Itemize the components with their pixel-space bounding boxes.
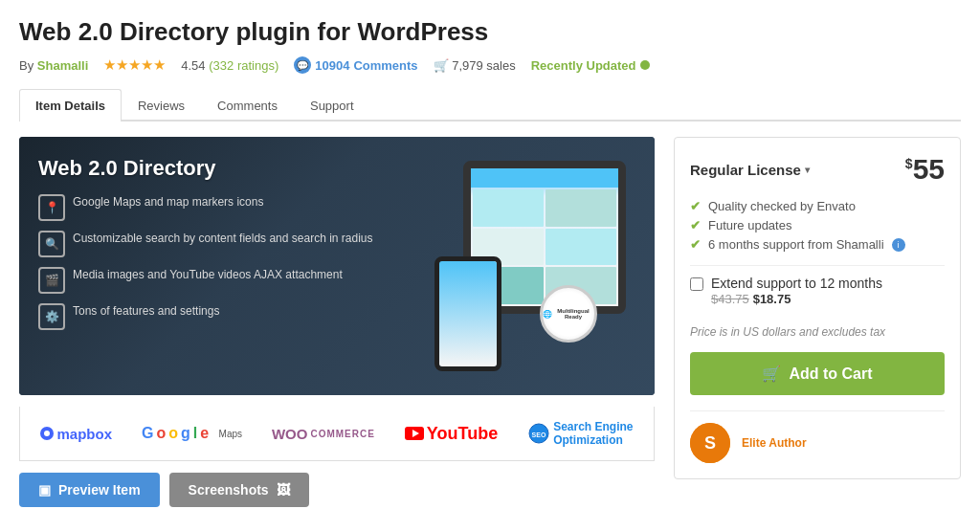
search-icon: 🔍 bbox=[38, 231, 65, 257]
rating-value: 4.54 (332 ratings) bbox=[181, 58, 278, 73]
plugin-banner: Web 2.0 Directory 📍 Google Maps and map … bbox=[19, 137, 655, 395]
author-box: S Elite Author bbox=[690, 410, 945, 463]
extend-support-row: Extend support to 12 months $43.75 $18.7… bbox=[690, 265, 945, 316]
info-icon[interactable]: i bbox=[892, 238, 905, 252]
youtube-logo: YouTube bbox=[405, 424, 498, 444]
tabs-container: Item Details Reviews Comments Support bbox=[19, 89, 961, 122]
action-buttons: ▣ Preview Item Screenshots 🖼 bbox=[19, 473, 655, 507]
check-icon: ✔ bbox=[690, 237, 701, 252]
tab-support[interactable]: Support bbox=[294, 89, 370, 122]
updated-dot-icon bbox=[640, 60, 650, 70]
list-item: ✔ Quality checked by Envato bbox=[690, 199, 945, 213]
partner-logos-row: mapbox Google Maps WOOCOMMERCE YouTube S… bbox=[19, 407, 655, 461]
page-title: Web 2.0 Directory plugin for WordPress bbox=[19, 17, 961, 47]
meta-row: By Shamalli ★★★★★ 4.54 (332 ratings) 💬 1… bbox=[19, 56, 961, 74]
new-price: $18.75 bbox=[753, 292, 791, 306]
ratings-link[interactable]: (332 ratings) bbox=[209, 58, 278, 73]
recently-updated-badge: Recently Updated bbox=[531, 58, 650, 73]
google-maps-logo: Google Maps bbox=[142, 425, 242, 442]
seo-logo: SEO Search EngineOptimization bbox=[527, 420, 633, 447]
author-info: Elite Author bbox=[742, 436, 807, 450]
check-icon: ✔ bbox=[690, 199, 701, 213]
author-prefix: By Shamalli bbox=[19, 58, 88, 73]
author-link[interactable]: Shamalli bbox=[37, 58, 88, 73]
screenshots-button[interactable]: Screenshots 🖼 bbox=[169, 473, 309, 507]
author-avatar: S bbox=[690, 423, 730, 463]
sales-count: 🛒 7,979 sales bbox=[434, 58, 516, 73]
svg-point-1 bbox=[44, 431, 50, 436]
price-display: $55 bbox=[905, 153, 945, 186]
features-checklist: ✔ Quality checked by Envato ✔ Future upd… bbox=[690, 199, 945, 252]
check-icon: ✔ bbox=[690, 218, 701, 232]
list-item: 🔍 Customizable search by content fields … bbox=[38, 231, 406, 257]
extend-support-text: Extend support to 12 months $43.75 $18.7… bbox=[711, 276, 882, 306]
comments-link[interactable]: 💬 10904 Comments bbox=[294, 56, 417, 74]
add-to-cart-button[interactable]: 🛒 Add to Cart bbox=[690, 352, 945, 395]
elite-author-badge: Elite Author bbox=[742, 436, 807, 450]
left-column: Web 2.0 Directory 📍 Google Maps and map … bbox=[19, 137, 655, 507]
list-item: ✔ Future updates bbox=[690, 218, 945, 232]
devices-container: 🌐Multilingual Ready bbox=[434, 161, 626, 371]
image-icon: 🖼 bbox=[277, 482, 290, 498]
feature-list: 📍 Google Maps and map markers icons 🔍 Cu… bbox=[38, 194, 406, 330]
dropdown-icon: ▾ bbox=[805, 165, 810, 175]
woocommerce-logo: WOOCOMMERCE bbox=[272, 426, 375, 442]
tab-comments[interactable]: Comments bbox=[201, 89, 294, 122]
list-item: 📍 Google Maps and map markers icons bbox=[38, 194, 406, 221]
list-item: ⚙️ Tons of features and settings bbox=[38, 303, 406, 330]
stars: ★★★★★ bbox=[103, 56, 166, 74]
extend-support-checkbox[interactable] bbox=[690, 277, 703, 291]
tab-item-details[interactable]: Item Details bbox=[19, 89, 122, 122]
media-icon: 🎬 bbox=[38, 267, 65, 294]
svg-text:S: S bbox=[704, 433, 716, 453]
location-icon: 📍 bbox=[38, 194, 65, 221]
plugin-text-column: Web 2.0 Directory 📍 Google Maps and map … bbox=[38, 156, 406, 376]
phone-mockup bbox=[434, 256, 501, 371]
right-column: Regular License ▾ $55 ✔ Quality checked … bbox=[674, 137, 961, 507]
license-price-row: Regular License ▾ $55 bbox=[690, 153, 945, 186]
list-item: ✔ 6 months support from Shamalli i bbox=[690, 237, 945, 252]
tax-note: Price is in US dollars and excludes tax bbox=[690, 325, 945, 339]
comments-icon: 💬 bbox=[294, 56, 311, 74]
list-item: 🎬 Media images and YouTube videos AJAX a… bbox=[38, 267, 406, 294]
preview-icon: ▣ bbox=[38, 482, 51, 498]
old-price: $43.75 bbox=[711, 292, 749, 306]
purchase-box: Regular License ▾ $55 ✔ Quality checked … bbox=[674, 137, 961, 479]
mapbox-logo: mapbox bbox=[40, 426, 112, 442]
multilingual-seal: 🌐Multilingual Ready bbox=[540, 285, 597, 343]
license-label[interactable]: Regular License ▾ bbox=[690, 162, 810, 178]
tab-reviews[interactable]: Reviews bbox=[122, 89, 201, 122]
main-content: Web 2.0 Directory 📍 Google Maps and map … bbox=[19, 122, 961, 507]
settings-icon: ⚙️ bbox=[38, 303, 65, 330]
cart-icon: 🛒 bbox=[762, 365, 781, 383]
svg-text:SEO: SEO bbox=[532, 432, 546, 438]
device-mockup-column: 🌐Multilingual Ready bbox=[425, 156, 635, 376]
preview-item-button[interactable]: ▣ Preview Item bbox=[19, 473, 160, 507]
banner-title: Web 2.0 Directory bbox=[38, 156, 406, 181]
